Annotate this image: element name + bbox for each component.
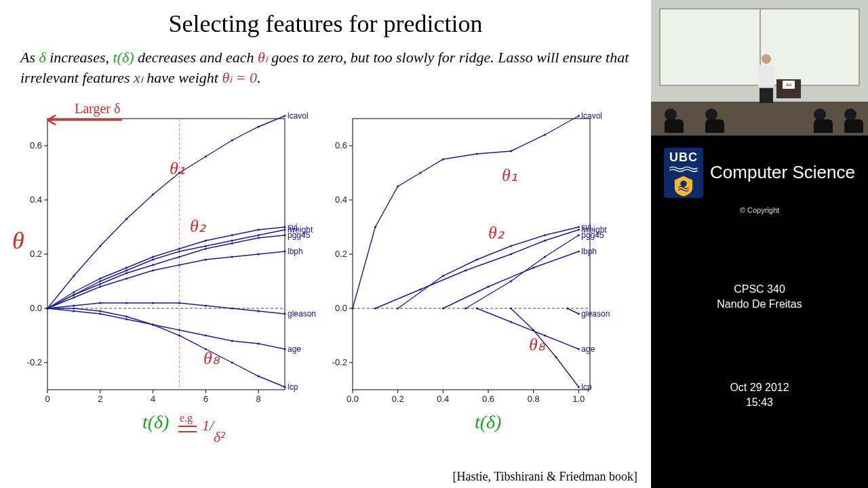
svg-point-103 bbox=[125, 316, 127, 318]
svg-point-97 bbox=[258, 343, 260, 345]
theta1-label-left: θ₁ bbox=[170, 159, 185, 178]
svg-point-156 bbox=[544, 240, 546, 242]
slide-subtitle: As δ increases, t(δ) decreases and each … bbox=[20, 47, 631, 87]
svg-point-160 bbox=[510, 281, 512, 283]
svg-text:pgg45: pgg45 bbox=[288, 230, 311, 240]
svg-point-80 bbox=[99, 302, 101, 304]
svg-text:lcp: lcp bbox=[581, 382, 592, 392]
svg-text:-0.2: -0.2 bbox=[332, 357, 347, 367]
svg-point-143 bbox=[578, 115, 580, 117]
svg-text:0.0: 0.0 bbox=[335, 303, 347, 313]
svg-point-71 bbox=[152, 270, 154, 272]
svg-point-82 bbox=[152, 302, 154, 304]
svg-point-91 bbox=[99, 313, 101, 315]
svg-point-105 bbox=[178, 335, 180, 337]
svg-point-107 bbox=[231, 362, 233, 364]
svg-point-24 bbox=[73, 275, 75, 277]
svg-point-167 bbox=[578, 251, 580, 253]
svg-point-61 bbox=[178, 256, 180, 258]
y-axis-label: θ bbox=[12, 227, 24, 254]
course-code: CPSC 340 bbox=[651, 282, 868, 297]
svg-text:gleason: gleason bbox=[288, 309, 316, 319]
theta8-label-right: θ₈ bbox=[529, 335, 546, 354]
svg-point-74 bbox=[231, 256, 233, 258]
svg-point-59 bbox=[125, 272, 127, 274]
svg-text:Larger δ: Larger δ bbox=[75, 101, 120, 117]
svg-point-54 bbox=[283, 229, 285, 231]
svg-text:δ²: δ² bbox=[214, 428, 225, 445]
audience-member bbox=[705, 108, 724, 134]
svg-point-140 bbox=[476, 153, 478, 155]
svg-point-177 bbox=[510, 308, 512, 310]
audience-member bbox=[665, 108, 684, 134]
svg-rect-111 bbox=[353, 119, 590, 390]
svg-text:0.0: 0.0 bbox=[347, 394, 359, 404]
svg-point-39 bbox=[178, 248, 180, 250]
svg-point-27 bbox=[152, 194, 154, 196]
svg-point-38 bbox=[152, 256, 154, 258]
svg-point-65 bbox=[283, 235, 285, 237]
svg-point-64 bbox=[258, 237, 260, 239]
svg-rect-0 bbox=[47, 119, 285, 390]
svg-point-148 bbox=[510, 245, 512, 247]
svg-text:0.2: 0.2 bbox=[392, 394, 404, 404]
instructor-name: Nando De Freitas bbox=[651, 297, 868, 312]
svg-point-142 bbox=[544, 134, 546, 136]
svg-point-152 bbox=[374, 308, 376, 310]
svg-point-138 bbox=[419, 172, 421, 174]
svg-point-79 bbox=[73, 305, 75, 307]
audience-member bbox=[814, 108, 833, 134]
lecture-video-thumbnail: AA bbox=[651, 0, 868, 136]
svg-point-58 bbox=[99, 283, 101, 285]
svg-point-146 bbox=[442, 275, 444, 277]
svg-point-90 bbox=[73, 310, 75, 312]
svg-point-178 bbox=[532, 329, 534, 331]
svg-text:0.4: 0.4 bbox=[437, 394, 449, 404]
svg-point-136 bbox=[374, 226, 376, 228]
citation: [Hastie, Tibshirani & Friedman book] bbox=[453, 470, 638, 484]
svg-point-30 bbox=[231, 140, 233, 142]
x-axis-label-left: t(δ) bbox=[142, 411, 169, 432]
svg-point-31 bbox=[258, 126, 260, 128]
svg-point-62 bbox=[205, 248, 207, 250]
svg-text:e.g: e.g bbox=[180, 412, 193, 424]
svg-point-180 bbox=[578, 386, 580, 388]
svg-point-141 bbox=[510, 150, 512, 152]
svg-point-147 bbox=[476, 259, 478, 261]
svg-point-42 bbox=[258, 229, 260, 231]
svg-text:age: age bbox=[581, 344, 595, 354]
svg-text:0.8: 0.8 bbox=[528, 394, 540, 404]
svg-point-63 bbox=[231, 243, 233, 245]
svg-text:2: 2 bbox=[98, 394, 102, 404]
svg-point-172 bbox=[476, 308, 478, 310]
svg-point-85 bbox=[231, 308, 233, 310]
svg-text:0.6: 0.6 bbox=[335, 140, 347, 150]
svg-point-35 bbox=[73, 291, 75, 293]
svg-point-49 bbox=[152, 259, 154, 261]
svg-text:1.0: 1.0 bbox=[572, 394, 585, 404]
svg-point-29 bbox=[205, 156, 207, 158]
copyright: © Copyright bbox=[651, 206, 868, 214]
svg-point-104 bbox=[152, 324, 154, 326]
svg-point-68 bbox=[73, 297, 75, 299]
svg-text:lcp: lcp bbox=[288, 382, 298, 392]
svg-point-157 bbox=[578, 229, 580, 231]
svg-text:lbph: lbph bbox=[581, 247, 597, 256]
lecturer bbox=[756, 54, 776, 102]
svg-point-186 bbox=[680, 181, 686, 187]
svg-point-57 bbox=[73, 294, 75, 296]
svg-point-73 bbox=[205, 259, 207, 261]
theta2-label-left: θ₂ bbox=[190, 216, 206, 236]
svg-point-96 bbox=[231, 340, 233, 342]
svg-point-137 bbox=[397, 186, 399, 188]
svg-text:0.2: 0.2 bbox=[30, 249, 42, 259]
svg-point-166 bbox=[532, 267, 534, 269]
svg-point-92 bbox=[125, 319, 127, 321]
svg-point-139 bbox=[442, 159, 444, 161]
ubc-logo: UBC bbox=[664, 148, 703, 198]
svg-point-101 bbox=[73, 308, 75, 310]
svg-text:4: 4 bbox=[151, 394, 155, 404]
time: 15:43 bbox=[651, 395, 868, 410]
svg-point-100 bbox=[46, 308, 48, 310]
x-axis-label-right: t(δ) bbox=[475, 411, 501, 432]
